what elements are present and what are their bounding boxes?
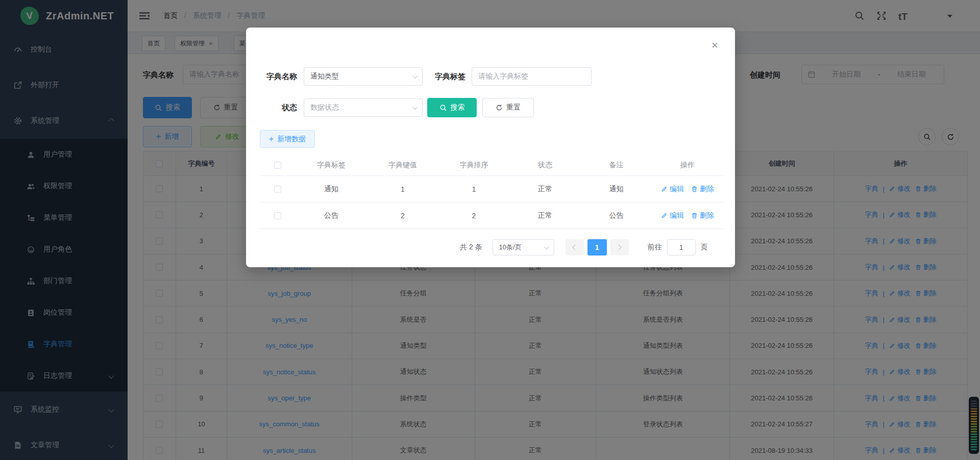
dialog-table-body: 通知 1 1 正常 通知 编辑 删除 公告 — [260, 175, 723, 228]
dialog-dict-name-select[interactable]: 通知类型 — [304, 67, 423, 86]
goto-label: 前往 — [648, 243, 662, 252]
dict-key-cell: 1 — [367, 185, 438, 193]
dialog-table-row: 公告 2 2 正常 公告 编辑 删除 — [260, 202, 723, 228]
select-all-checkbox[interactable] — [274, 162, 281, 169]
row-actions: 编辑 删除 — [652, 185, 723, 194]
prev-page-button[interactable] — [566, 239, 584, 255]
dict-sort-cell: 2 — [438, 212, 509, 220]
edit-row-link[interactable]: 编辑 — [661, 211, 684, 220]
dialog-close-icon[interactable]: × — [712, 40, 718, 51]
row-checkbox[interactable] — [274, 186, 281, 193]
dialog-reset-button[interactable]: 重置 — [482, 98, 534, 117]
dialog-search-button[interactable]: 搜索 — [427, 98, 477, 117]
delete-row-link[interactable]: 删除 — [691, 211, 714, 220]
dialog-table-header: 字典标签 字典键值 字典排序 状态 备注 操作 — [260, 155, 723, 175]
dialog-table: 字典标签 字典键值 字典排序 状态 备注 操作 通知 1 1 正常 通知 — [260, 155, 723, 229]
dict-key-cell: 2 — [367, 212, 438, 220]
row-checkbox[interactable] — [274, 212, 281, 219]
dialog-dict-label-label: 字典标签 — [420, 72, 465, 82]
goto-unit: 页 — [701, 243, 708, 252]
dialog-status-select[interactable]: 数据状态 — [304, 98, 423, 117]
plus-icon: + — [269, 135, 274, 144]
remark-cell: 公告 — [581, 211, 652, 220]
edit-row-link[interactable]: 编辑 — [661, 185, 684, 194]
dialog-pagination: 共 2 条 10条/页 1 前往 1 页 — [460, 239, 708, 255]
pagination-total: 共 2 条 — [460, 243, 482, 252]
goto-page-input[interactable]: 1 — [667, 239, 696, 255]
dialog-dict-name-label: 字典名称 — [251, 72, 297, 82]
remark-cell: 通知 — [581, 185, 652, 194]
dict-data-dialog: × 字典名称 通知类型 字典标签 请输入字典标签 状态 数据状态 搜索 重置 +… — [246, 28, 735, 267]
status-cell: 正常 — [509, 211, 581, 220]
dict-label-cell: 通知 — [296, 185, 367, 194]
chevron-down-icon — [544, 244, 549, 249]
dialog-add-data-button[interactable]: + 新增数据 — [260, 130, 315, 148]
dialog-dict-label-input[interactable]: 请输入字典标签 — [472, 67, 592, 86]
status-cell: 正常 — [509, 185, 581, 194]
dict-label-cell: 公告 — [296, 211, 367, 220]
dict-sort-cell: 1 — [438, 185, 509, 193]
chevron-down-icon — [412, 73, 418, 79]
current-page-button[interactable]: 1 — [587, 239, 607, 255]
delete-row-link[interactable]: 删除 — [691, 185, 714, 194]
next-page-button[interactable] — [610, 239, 629, 255]
dialog-table-row: 通知 1 1 正常 通知 编辑 删除 — [260, 175, 723, 202]
row-actions: 编辑 删除 — [652, 211, 723, 220]
app-root: V ZrAdmin.NET 控制台 外部打开 系统管理 — [0, 0, 980, 460]
page-size-select[interactable]: 10条/页 — [493, 239, 554, 255]
chevron-down-icon — [412, 105, 418, 110]
dialog-status-label: 状态 — [251, 103, 297, 113]
